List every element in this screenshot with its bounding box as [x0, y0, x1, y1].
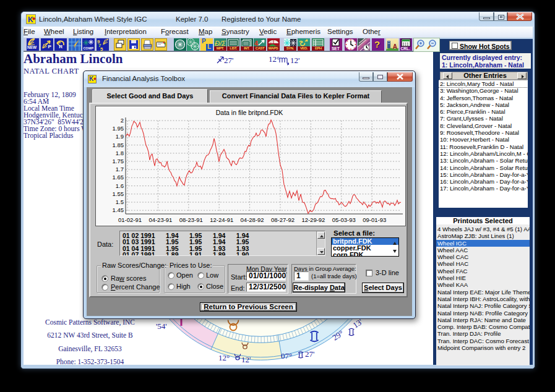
svg-text:1.45: 1.45: [113, 207, 124, 213]
svg-text:5: 5: [100, 46, 103, 51]
svg-text:i√: i√: [270, 41, 272, 45]
svg-text:08-27-92: 08-27-92: [271, 216, 295, 223]
svg-text:12-29-92: 12-29-92: [301, 216, 325, 223]
svg-text:12-24-91: 12-24-91: [210, 216, 233, 223]
svg-text:04-28-92: 04-28-92: [241, 216, 264, 223]
svg-text:2: 2: [121, 117, 124, 124]
svg-text:12': 12': [290, 56, 299, 65]
svg-text:1.5: 1.5: [116, 198, 124, 205]
svg-text:1.7: 1.7: [116, 166, 124, 173]
svg-text:1.55: 1.55: [113, 190, 124, 197]
svg-text:1.8: 1.8: [116, 150, 124, 156]
svg-text:Data in file britpnd.FDK: Data in file britpnd.FDK: [216, 109, 283, 116]
svg-text:12°: 12°: [218, 353, 230, 362]
svg-text:08-23-91: 08-23-91: [179, 216, 203, 223]
svg-text:05-03-93: 05-03-93: [332, 216, 356, 223]
svg-text:1.65: 1.65: [113, 174, 124, 181]
svg-text:04-23-91: 04-23-91: [148, 216, 172, 223]
svg-text:1.85: 1.85: [113, 142, 124, 148]
svg-text:'54': '54': [156, 322, 167, 331]
svg-text:09-01-93: 09-01-93: [363, 216, 386, 223]
svg-text:07°: 07°: [281, 351, 292, 360]
svg-text:27': 27': [224, 56, 233, 65]
svg-text:27': 27': [305, 349, 314, 359]
svg-text:1.95: 1.95: [113, 125, 124, 132]
svg-text:01-02-91: 01-02-91: [118, 216, 142, 223]
svg-text:12°: 12°: [269, 54, 280, 64]
svg-text:1.9: 1.9: [116, 133, 124, 140]
svg-text:1.75: 1.75: [113, 158, 124, 164]
svg-text:12': 12': [241, 355, 251, 364]
svg-text:1.6: 1.6: [116, 182, 124, 189]
